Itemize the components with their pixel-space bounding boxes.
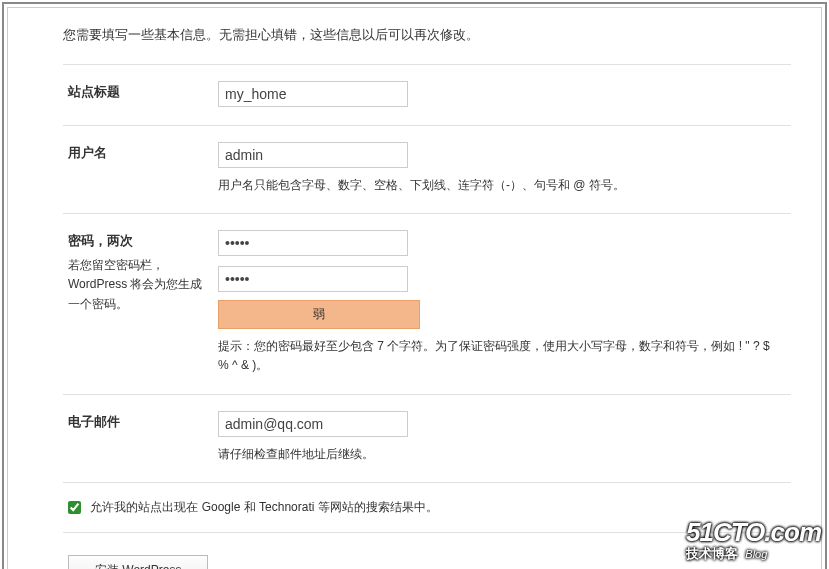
brand-tagline: 技术博客: [686, 546, 738, 561]
username-input[interactable]: [218, 142, 408, 168]
username-description: 用户名只能包含字母、数字、空格、下划线、连字符（-）、句号和 @ 符号。: [218, 176, 781, 195]
install-button[interactable]: 安装 WordPress: [68, 555, 208, 569]
password-input-1[interactable]: [218, 230, 408, 256]
email-description: 请仔细检查邮件地址后继续。: [218, 445, 781, 464]
brand-logo: 51CTO.com: [686, 519, 821, 545]
search-visibility-label[interactable]: 允许我的站点出现在 Google 和 Technorati 等网站的搜索结果中。: [68, 500, 438, 514]
email-label: 电子邮件: [68, 414, 120, 429]
password-sub: 若您留空密码栏，WordPress 将会为您生成一个密码。: [68, 256, 208, 314]
password-input-2[interactable]: [218, 266, 408, 292]
install-form: 站点标题 用户名 用户名只能包含字母、数字、空格、下划线、连字符（-）、句号和 …: [63, 64, 791, 482]
email-input[interactable]: [218, 411, 408, 437]
username-label: 用户名: [68, 145, 107, 160]
password-hint: 提示：您的密码最好至少包含 7 个字符。为了保证密码强度，使用大小写字母，数字和…: [218, 337, 781, 375]
password-label: 密码，两次: [68, 233, 133, 248]
site-title-input[interactable]: [218, 81, 408, 107]
search-visibility-text: 允许我的站点出现在 Google 和 Technorati 等网站的搜索结果中。: [90, 500, 437, 514]
search-visibility-checkbox[interactable]: [68, 501, 81, 514]
password-strength: 弱: [218, 300, 420, 329]
intro-text: 您需要填写一些基本信息。无需担心填错，这些信息以后可以再次修改。: [63, 18, 791, 64]
branding: 51CTO.com 技术博客 Blog: [686, 519, 821, 563]
site-title-label: 站点标题: [68, 84, 120, 99]
brand-blog: Blog: [745, 548, 767, 560]
